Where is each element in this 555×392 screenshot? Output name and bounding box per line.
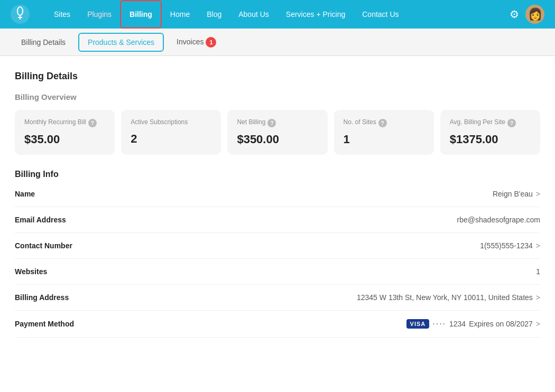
info-label-contact: Contact Number [15,241,72,250]
info-row-websites: Websites 1 [15,259,540,285]
sub-nav: Billing Details Products & Services Invo… [0,29,555,56]
subnav-billing-details[interactable]: Billing Details [13,34,74,51]
billing-info-title: Billing Info [15,170,540,179]
card-avg-label: Avg. Billing Per Site [450,118,505,127]
card-subscriptions-label: Active Subscriptions [131,118,188,127]
card-monthly-recurring: Monthly Recurring Bill ? $35.00 [15,110,115,155]
billing-details-title: Billing Details [15,71,540,82]
info-label-payment: Payment Method [15,320,74,328]
svg-point-0 [11,5,30,24]
chevron-icon: > [536,241,540,250]
nav-billing[interactable]: Billing [120,0,162,29]
invoices-badge: 1 [206,37,216,48]
monthly-help-icon[interactable]: ? [88,119,97,127]
main-content: Billing Details Billing Overview Monthly… [0,56,555,392]
card-no-of-sites: No. of Sites ? 1 [334,110,434,155]
card-avg-billing: Avg. Billing Per Site ? $1375.00 [440,110,540,155]
info-value-name: Reign B'eau > [493,190,540,198]
card-sites-value: 1 [344,133,424,146]
billing-overview-title: Billing Overview [15,92,540,101]
nav-links: Sites Plugins Billing Home Blog About Us… [45,0,510,29]
card-sites-label: No. of Sites [344,118,376,127]
info-label-email: Email Address [15,216,66,224]
avg-help-icon[interactable]: ? [507,119,516,127]
info-value-websites: 1 [536,267,540,276]
info-value-billing-address: 12345 W 13th St, New York, NY 10011, Uni… [357,293,540,302]
info-row-email: Email Address rbe@shadesofgrape.com [15,207,540,233]
nav-contact[interactable]: Contact Us [354,0,407,29]
card-last-four: 1234 [449,320,466,328]
nav-sites[interactable]: Sites [45,0,79,29]
info-label-name: Name [15,190,35,198]
subnav-invoices[interactable]: Invoices1 [168,33,225,52]
info-row-name[interactable]: Name Reign B'eau > [15,181,540,207]
nav-about[interactable]: About Us [230,0,278,29]
info-row-contact[interactable]: Contact Number 1(555)555-1234 > [15,233,540,259]
card-avg-value: $1375.00 [450,133,531,146]
nav-right: ⚙ 👩 [510,5,544,24]
subnav-products-services[interactable]: Products & Services [78,33,164,52]
card-net-label: Net Billing [237,118,265,127]
settings-icon[interactable]: ⚙ [510,8,519,21]
card-monthly-label: Monthly Recurring Bill [24,118,86,127]
chevron-icon: > [536,320,540,328]
billing-cards: Monthly Recurring Bill ? $35.00 Active S… [15,110,540,155]
info-row-payment[interactable]: Payment Method VISA ···· 1234 Expires on… [15,311,540,338]
card-active-subscriptions: Active Subscriptions 2 [121,110,221,155]
info-label-billing-address: Billing Address [15,293,69,302]
card-net-value: $350.00 [237,133,318,146]
card-net-billing: Net Billing ? $350.00 [227,110,327,155]
card-dots: ···· [432,319,446,329]
avatar[interactable]: 👩 [525,5,544,24]
info-value-payment: VISA ···· 1234 Expires on 08/2027 > [406,319,540,329]
nav-services-pricing[interactable]: Services + Pricing [278,0,354,29]
chevron-icon: > [536,293,540,302]
info-label-websites: Websites [15,267,47,276]
info-value-contact: 1(555)555-1234 > [480,241,540,250]
logo[interactable] [11,5,30,24]
chevron-icon: > [536,190,540,198]
nav-home[interactable]: Home [162,0,198,29]
visa-badge: VISA [406,319,430,329]
card-monthly-value: $35.00 [24,133,105,146]
card-subscriptions-value: 2 [131,132,211,146]
nav-plugins[interactable]: Plugins [79,0,120,29]
info-value-email: rbe@shadesofgrape.com [457,216,540,224]
info-row-billing-address[interactable]: Billing Address 12345 W 13th St, New Yor… [15,285,540,311]
net-help-icon[interactable]: ? [267,119,276,127]
sites-help-icon[interactable]: ? [378,119,387,127]
top-nav: Sites Plugins Billing Home Blog About Us… [0,0,555,29]
nav-blog[interactable]: Blog [198,0,230,29]
card-expiry-label: Expires on 08/2027 [469,320,533,328]
